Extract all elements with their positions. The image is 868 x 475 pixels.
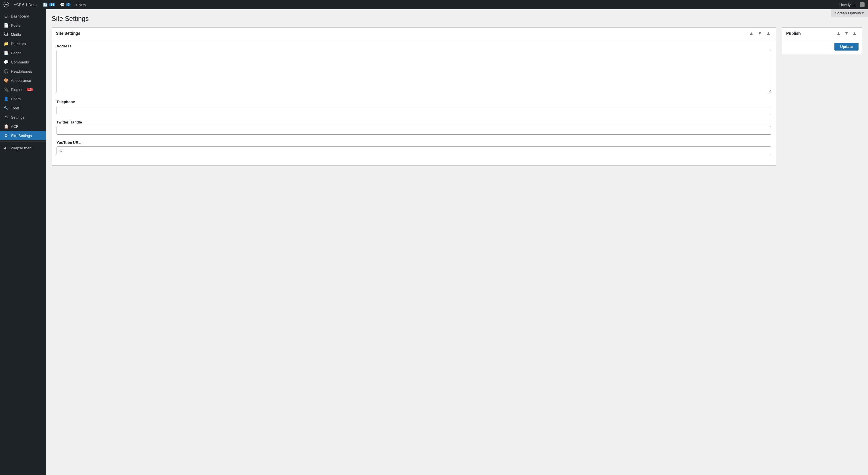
tools-icon: 🔧 [3, 106, 9, 111]
updates-link[interactable]: 🔄 14 [43, 3, 55, 7]
address-field-group: Address [57, 44, 771, 94]
link-icon: ⚙ [57, 148, 65, 153]
users-icon: 👤 [3, 96, 9, 101]
screen-options-button[interactable]: Screen Options ▾ [831, 9, 868, 17]
sidebar-item-label-dashboard: Dashboard [11, 14, 29, 19]
twitter-label: Twitter Handle [57, 120, 771, 124]
page-title: Site Settings [52, 15, 862, 23]
dashboard-icon: ⊞ [3, 13, 9, 19]
telephone-field-group: Telephone [57, 100, 771, 114]
updates-icon: 🔄 [43, 3, 48, 7]
sidebar-divider [0, 141, 46, 142]
panel-body: Address Telephone Twitter Handle [52, 39, 776, 166]
panel-toggle-button[interactable]: ▲ [765, 30, 772, 36]
publish-collapse-up-button[interactable]: ▲ [835, 30, 842, 36]
sidebar-item-label-plugins: Plugins [11, 88, 23, 92]
publish-toggle-button[interactable]: ▲ [851, 30, 858, 36]
sidebar-item-label-settings: Settings [11, 115, 24, 119]
main-content: Site Settings Site Settings ▲ ▼ ▲ Addres… [46, 9, 868, 475]
collapse-menu-button[interactable]: ◀ Collapse menu [0, 144, 46, 152]
site-settings-icon: ⚙ [3, 133, 9, 138]
comments-link[interactable]: 💬 0 [60, 3, 71, 7]
sidebar-item-label-media: Media [11, 32, 21, 37]
twitter-input[interactable] [57, 126, 771, 135]
panel-controls: ▲ ▼ ▲ [748, 30, 772, 36]
wp-logo-link[interactable]: W [3, 2, 9, 7]
youtube-url-wrap: ⚙ [57, 146, 771, 155]
telephone-label: Telephone [57, 100, 771, 104]
collapse-icon: ◀ [3, 146, 6, 150]
panel-header: Site Settings ▲ ▼ ▲ [52, 28, 776, 39]
publish-collapse-down-button[interactable]: ▼ [843, 30, 850, 36]
publish-panel-header: Publish ▲ ▼ ▲ [782, 28, 862, 39]
publish-panel-title: Publish [786, 31, 801, 36]
sidebar-item-headphones[interactable]: 🎧Headphones [0, 67, 46, 76]
sidebar-item-label-acf: ACF [11, 124, 19, 129]
address-textarea[interactable] [57, 50, 771, 93]
sidebar-item-label-users: Users [11, 97, 21, 101]
sidebar-item-label-site-settings: Site Settings [11, 133, 32, 138]
pages-icon: 📑 [3, 50, 9, 55]
site-name[interactable]: ACF 6.1 Demo [14, 3, 38, 7]
posts-icon: 📄 [3, 23, 9, 28]
user-avatar [860, 2, 865, 7]
media-icon: 🖼 [3, 32, 9, 37]
sidebar-item-label-comments: Comments [11, 60, 29, 64]
plugins-icon: 🔌 [3, 87, 9, 92]
sidebar-item-plugins[interactable]: 🔌Plugins10 [0, 85, 46, 94]
howdy-text[interactable]: Howdy, Iain [839, 2, 865, 7]
update-button[interactable]: Update [834, 43, 859, 51]
panel-collapse-up-button[interactable]: ▲ [748, 30, 755, 36]
sidebar-item-appearance[interactable]: 🎨Appearance [0, 76, 46, 85]
sidebar-item-tools[interactable]: 🔧Tools [0, 103, 46, 113]
comments-icon: 💬 [60, 3, 65, 7]
sidebar-item-media[interactable]: 🖼Media [0, 30, 46, 39]
sidebar-item-label-directors: Directors [11, 42, 26, 46]
appearance-icon: 🎨 [3, 78, 9, 83]
youtube-label: YouTube URL [57, 141, 771, 145]
chevron-down-icon: ▾ [862, 11, 864, 15]
sidebar-item-label-posts: Posts [11, 23, 20, 28]
publish-panel-body: Update [782, 39, 862, 54]
sidebar-item-posts[interactable]: 📄Posts [0, 21, 46, 30]
sidebar-item-site-settings[interactable]: ⚙Site Settings [0, 131, 46, 140]
sidebar-item-settings[interactable]: ⚙Settings [0, 113, 46, 122]
publish-panel-controls: ▲ ▼ ▲ [835, 30, 858, 36]
panel-title: Site Settings [56, 31, 81, 36]
sidebar-item-label-headphones: Headphones [11, 69, 32, 73]
address-label: Address [57, 44, 771, 48]
telephone-input[interactable] [57, 106, 771, 114]
sidebar-item-label-appearance: Appearance [11, 79, 31, 83]
sidebar: ⊞Dashboard📄Posts🖼Media📁Directors📑Pages💬C… [0, 9, 46, 475]
headphones-icon: 🎧 [3, 69, 9, 74]
comments-icon: 💬 [3, 59, 9, 65]
youtube-field-group: YouTube URL ⚙ [57, 141, 771, 155]
publish-panel: Publish ▲ ▼ ▲ Update [782, 27, 862, 54]
plugins-badge: 10 [27, 88, 33, 91]
twitter-field-group: Twitter Handle [57, 120, 771, 135]
layout: ⊞Dashboard📄Posts🖼Media📁Directors📑Pages💬C… [0, 9, 868, 475]
sidebar-item-label-tools: Tools [11, 106, 20, 110]
panel-collapse-down-button[interactable]: ▼ [756, 30, 763, 36]
directors-icon: 📁 [3, 41, 9, 46]
sidebar-item-directors[interactable]: 📁Directors [0, 39, 46, 48]
sidebar-item-pages[interactable]: 📑Pages [0, 48, 46, 57]
settings-icon: ⚙ [3, 115, 9, 120]
acf-icon: 📋 [3, 124, 9, 129]
new-content-link[interactable]: + New [75, 3, 86, 7]
admin-bar: W ACF 6.1 Demo 🔄 14 💬 0 + New Howdy, Iai… [0, 0, 868, 9]
sidebar-nav: ⊞Dashboard📄Posts🖼Media📁Directors📑Pages💬C… [0, 11, 46, 140]
sidebar-item-acf[interactable]: 📋ACF [0, 122, 46, 131]
svg-text:W: W [5, 3, 8, 6]
youtube-url-input[interactable] [65, 147, 771, 155]
sidebar-item-comments[interactable]: 💬Comments [0, 57, 46, 67]
sidebar-item-label-pages: Pages [11, 51, 22, 55]
content-area: Site Settings ▲ ▼ ▲ Address Te [52, 27, 862, 475]
sidebar-item-users[interactable]: 👤Users [0, 94, 46, 103]
site-settings-panel: Site Settings ▲ ▼ ▲ Address Te [52, 27, 776, 166]
sidebar-item-dashboard[interactable]: ⊞Dashboard [0, 11, 46, 21]
